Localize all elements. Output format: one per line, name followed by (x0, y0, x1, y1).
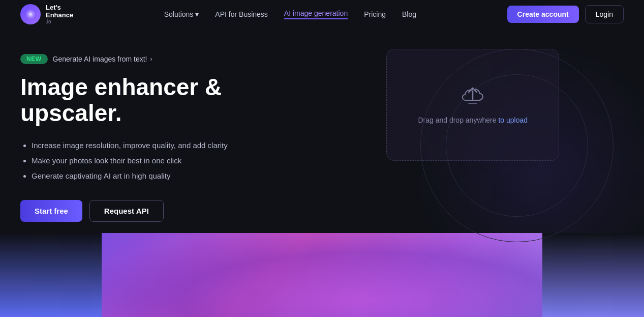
logo-icon (20, 4, 41, 24)
hero-right: Drag and drop anywhere to upload (322, 49, 624, 161)
logo-text: Let's Enhance .io (46, 4, 73, 24)
navbar: Let's Enhance .io Solutions ▾ API for Bu… (0, 0, 644, 28)
start-free-button[interactable]: Start free (20, 200, 82, 222)
logo-enhance: Enhance (46, 12, 73, 19)
nav-solutions[interactable]: Solutions ▾ (164, 10, 199, 18)
nav-pricing[interactable]: Pricing (364, 10, 386, 18)
badge-chevron-icon: › (150, 55, 152, 63)
bottom-section (0, 233, 644, 317)
hero-buttons: Start free Request API (20, 200, 322, 222)
nav-links: Solutions ▾ API for Business AI image ge… (164, 9, 416, 19)
new-badge-text[interactable]: Generate AI images from text! › (53, 55, 152, 63)
hero-section: NEW Generate AI images from text! › Imag… (0, 28, 644, 233)
nav-blog[interactable]: Blog (402, 10, 416, 18)
nav-actions: Create account Login (507, 5, 624, 23)
bottom-left-bg (0, 233, 102, 317)
svg-point-2 (29, 13, 32, 16)
chevron-down-icon: ▾ (195, 10, 199, 18)
request-api-button[interactable]: Request API (89, 200, 164, 222)
hero-title: Image enhancer & upscaler. (20, 74, 285, 126)
create-account-button[interactable]: Create account (507, 6, 579, 23)
logo-lets: Let's (46, 4, 73, 11)
upload-dropzone[interactable]: Drag and drop anywhere to upload (386, 49, 559, 161)
bullet-2: Make your photos look their best in one … (32, 153, 322, 168)
upload-link[interactable]: to upload (498, 116, 528, 124)
logo-io: .io (46, 19, 73, 24)
hero-bullet-list: Increase image resolution, improve quali… (20, 138, 322, 184)
bullet-1: Increase image resolution, improve quali… (32, 138, 322, 153)
upload-text: Drag and drop anywhere to upload (418, 116, 528, 124)
bottom-image-panel (102, 233, 542, 317)
bottom-right-bg (542, 233, 644, 317)
login-button[interactable]: Login (585, 5, 624, 23)
upload-icon (462, 86, 484, 110)
nav-ai-image-gen[interactable]: AI image generation (284, 9, 348, 19)
new-badge: NEW (20, 54, 48, 64)
logo[interactable]: Let's Enhance .io (20, 4, 73, 24)
hero-left: NEW Generate AI images from text! › Imag… (20, 49, 322, 222)
nav-api-business[interactable]: API for Business (215, 10, 268, 18)
bullet-3: Generate captivating AI art in high qual… (32, 168, 322, 184)
new-badge-row: NEW Generate AI images from text! › (20, 54, 322, 64)
